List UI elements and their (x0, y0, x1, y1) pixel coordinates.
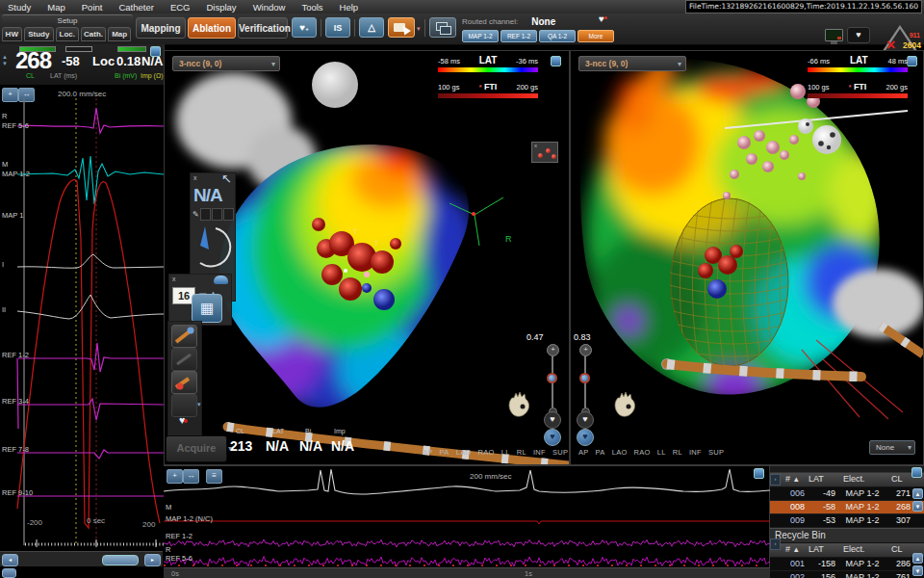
orientation-button[interactable]: LL (657, 448, 666, 457)
mapping-button[interactable]: Mapping (136, 17, 186, 39)
scrollbar-thumb[interactable] (102, 555, 139, 565)
ecg-scrollbar[interactable]: ◂ ▸ (0, 551, 163, 566)
annotation-box[interactable] (223, 208, 234, 221)
realtime-ecg-panel[interactable]: + ↔ ≡ 200 mm/sec M MAP 1-2 (N/C) REF 1-2… (164, 465, 770, 578)
orientation-button[interactable]: SUP (552, 448, 568, 457)
fti-gradient-bar[interactable] (808, 93, 908, 98)
scroll-right-button[interactable]: ▸ (144, 554, 161, 566)
slider-handle[interactable] (579, 373, 590, 383)
orientation-button[interactable]: PA (440, 448, 449, 457)
menu-item[interactable]: Help (340, 2, 359, 13)
ablation-button[interactable]: Ablation (188, 17, 236, 39)
heart-view-button[interactable]: ♥ (544, 411, 561, 429)
point-row[interactable]: 009-53 MAP 1-2307 (770, 514, 924, 528)
heart-reference-icon[interactable]: ♥ (847, 27, 870, 43)
acquire-button[interactable]: Acquire (166, 435, 227, 462)
glove-icon[interactable] (214, 276, 228, 284)
heart-orientation-model[interactable] (609, 390, 638, 419)
close-icon[interactable]: x (193, 174, 197, 184)
tool-button-disabled[interactable] (171, 348, 197, 371)
menu-item[interactable]: Map (47, 2, 64, 13)
panel-menu-icon[interactable] (907, 56, 917, 66)
rotation-dial[interactable] (192, 221, 234, 280)
lat-gradient-bar[interactable] (808, 67, 908, 72)
fti-scale-label[interactable]: * FTI (479, 82, 498, 92)
channel-more-button[interactable]: More (578, 30, 614, 42)
table-scroll-down[interactable]: ▼ (912, 501, 923, 512)
orientation-button[interactable]: LAO (456, 448, 472, 457)
menu-item[interactable]: Study (8, 2, 31, 13)
opacity-slider[interactable]: + (578, 344, 592, 417)
points-table-header[interactable]: # ▴ LAT Elect. CL (770, 473, 924, 487)
menu-item[interactable]: Window (253, 2, 286, 13)
col-num[interactable]: # (785, 474, 790, 484)
open-study-chevron[interactable]: ▾ (417, 25, 421, 33)
recycle-expander[interactable]: › (770, 539, 781, 550)
lat-scale-label[interactable]: LAT (479, 55, 498, 66)
annotation-box[interactable] (212, 208, 222, 221)
orientation-button[interactable]: LAO (612, 448, 628, 457)
heart-view-button[interactable]: ♥ (577, 411, 594, 429)
recycle-scroll-up[interactable]: ▲ (912, 553, 923, 564)
tab-hw[interactable]: HW (2, 27, 22, 41)
pointer-arrow-icon[interactable]: ↖ (221, 174, 232, 184)
heart-tag-icon[interactable]: ♥ (179, 414, 186, 426)
annotation-box[interactable] (200, 208, 211, 221)
recycle-row[interactable]: 001-158 MAP 1-2286 (770, 558, 924, 571)
tag-legend-panel[interactable]: x (531, 142, 558, 163)
verification-button[interactable]: Verification (238, 17, 288, 39)
close-icon[interactable]: x (172, 276, 176, 284)
projection-button[interactable]: ▦ (192, 294, 222, 323)
recycle-scroll-down[interactable]: ▼ (912, 565, 923, 576)
menu-item[interactable]: Display (206, 2, 236, 13)
orientation-button[interactable]: RL (517, 448, 526, 457)
col-lat[interactable]: LAT (808, 474, 824, 484)
table-scroll-up[interactable]: ▲ (912, 488, 923, 499)
annotation-viewer[interactable]: + ↔ 200.0 mm/sec R REF 5-6 M MAP 1-2 MAP… (0, 85, 165, 578)
catheter-tool-button[interactable] (171, 325, 197, 348)
slider-track[interactable] (552, 355, 553, 411)
routed-channel-value[interactable]: None (531, 16, 555, 27)
recycle-table-header[interactable]: # ▴ LAT Elect. CL (770, 543, 924, 558)
panel-menu-icon[interactable] (911, 467, 922, 478)
opacity-slider[interactable]: + (546, 344, 559, 417)
point-row[interactable]: 006-49 MAP 1-2271 (770, 487, 924, 501)
menu-item[interactable]: Catheter (118, 2, 153, 13)
map-selector-dropdown[interactable]: 3-ncc (9, 0)▾ (172, 56, 280, 71)
orientation-button[interactable]: AP (578, 448, 589, 457)
col-elect[interactable]: Elect. (843, 474, 865, 484)
col-cl[interactable]: CL (891, 474, 903, 484)
orientation-button[interactable]: SUP (708, 448, 724, 457)
menu-item[interactable]: ECG (170, 2, 191, 13)
channel-qa12-button[interactable]: QA 1-2 (539, 30, 576, 42)
lat-scale-label[interactable]: LAT (850, 55, 868, 66)
orientation-button[interactable]: INF (533, 448, 546, 457)
col-num[interactable]: # (785, 544, 790, 554)
screens-button[interactable] (429, 17, 456, 38)
map-selector-dropdown[interactable]: 3-ncc (9, 0)▾ (578, 56, 686, 71)
readout-spinner[interactable]: ▲▼ (2, 54, 8, 67)
col-cl[interactable]: CL (891, 544, 903, 554)
recycle-row[interactable]: 002156 MAP 1-2761 (770, 571, 924, 578)
map-view-right[interactable]: 3-ncc (9, 0)▾ -66 ms LAT 48 ms 100 gs * … (570, 50, 924, 465)
tab-map[interactable]: Map (108, 27, 131, 41)
slider-handle[interactable] (547, 373, 557, 383)
map-view-left[interactable]: T T R 3-ncc (9, 0)▾ -58 ms LAT -36 (164, 50, 570, 465)
point-row[interactable]: 008-58 MAP 1-2268 (770, 501, 924, 514)
tab-study[interactable]: Study (24, 27, 54, 41)
table-expander[interactable]: › (770, 474, 781, 486)
fti-scale-label[interactable]: * FTI (849, 82, 867, 92)
scroll-left-button[interactable]: ◂ (2, 554, 18, 566)
heart-orientation-model[interactable] (503, 390, 532, 419)
menu-item[interactable]: Point (82, 2, 103, 13)
panel-corner-button[interactable] (2, 568, 16, 578)
col-lat[interactable]: LAT (808, 544, 824, 554)
alarm-button[interactable]: △ (359, 17, 384, 38)
heart-add-button[interactable]: ♥+ (292, 17, 317, 38)
channel-ref12-button[interactable]: REF 1-2 (500, 30, 537, 42)
orientation-button[interactable]: INF (689, 448, 702, 457)
slider-track[interactable] (584, 355, 586, 411)
palette-chevron[interactable]: ▾ (197, 401, 201, 408)
panel-menu-icon[interactable] (150, 46, 161, 57)
channel-map12-button[interactable]: MAP 1-2 (462, 30, 499, 42)
